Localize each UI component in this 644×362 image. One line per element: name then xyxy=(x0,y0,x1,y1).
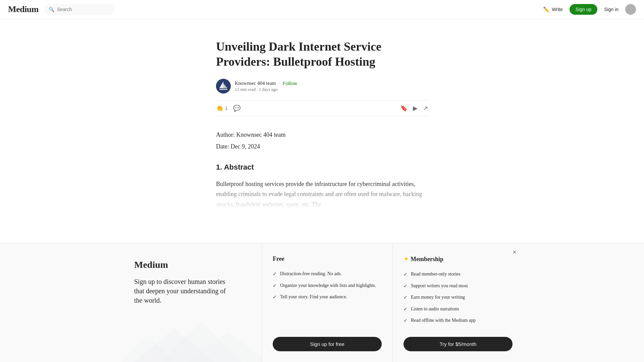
listen-button[interactable]: ▶ xyxy=(413,105,418,112)
action-bar: 👏 1 💬 🔖 ▶ ↗ xyxy=(216,100,428,116)
section1-heading: 1. Abstract xyxy=(216,161,428,173)
play-icon: ▶ xyxy=(413,105,418,112)
share-button[interactable]: ↗ xyxy=(423,105,428,112)
comment-button[interactable]: 💬 xyxy=(233,105,240,112)
clap-count: 1 xyxy=(225,106,228,111)
header: Medium 🔍 ✏️ Write Sign up Sign in xyxy=(0,0,644,19)
signin-button[interactable]: Sign in xyxy=(604,7,619,12)
article-author-line: Author: Knownsec 404 team xyxy=(216,130,428,140)
action-right: 🔖 ▶ ↗ xyxy=(400,105,428,112)
clap-icon: 👏 xyxy=(216,105,223,112)
signup-button[interactable]: Sign up xyxy=(570,4,597,15)
author-name-row: Knownsec 404 team · Follow xyxy=(235,80,297,86)
svg-rect-1 xyxy=(219,89,227,90)
article-meta: 12 min read · 2 days ago xyxy=(235,87,297,92)
author-info: Knownsec 404 team · Follow 12 min read ·… xyxy=(235,80,297,92)
clap-button[interactable]: 👏 1 xyxy=(216,105,228,112)
save-button[interactable]: 🔖 xyxy=(400,105,408,112)
article-main: Unveiling Dark Internet Service Provider… xyxy=(208,19,436,230)
action-left: 👏 1 💬 xyxy=(216,105,240,112)
header-right: ✏️ Write Sign up Sign in xyxy=(543,4,636,15)
article-title: Unveiling Dark Internet Service Provider… xyxy=(216,39,428,69)
article-date-line: Date: Dec 9, 2024 xyxy=(216,141,428,152)
search-input[interactable] xyxy=(57,7,110,12)
medium-logo[interactable]: Medium xyxy=(8,4,39,14)
comment-icon: 💬 xyxy=(233,105,240,112)
search-icon: 🔍 xyxy=(49,7,54,12)
write-button[interactable]: ✏️ Write xyxy=(543,6,562,13)
article-body: Author: Knownsec 404 team Date: Dec 9, 2… xyxy=(216,130,428,209)
avatar[interactable] xyxy=(625,4,636,15)
author-name[interactable]: Knownsec 404 team xyxy=(235,80,276,86)
author-row: Knownsec 404 team · Follow 12 min read ·… xyxy=(216,79,428,94)
separator-dot: · xyxy=(278,80,280,86)
header-left: Medium 🔍 xyxy=(8,4,114,15)
author-avatar[interactable] xyxy=(216,79,231,94)
search-bar[interactable]: 🔍 xyxy=(44,4,114,15)
edit-icon: ✏️ xyxy=(543,6,550,13)
section1-text: Bulletproof hosting services provide the… xyxy=(216,179,428,210)
bookmark-icon: 🔖 xyxy=(400,105,408,112)
follow-button[interactable]: Follow xyxy=(282,80,297,86)
share-icon: ↗ xyxy=(423,105,428,112)
